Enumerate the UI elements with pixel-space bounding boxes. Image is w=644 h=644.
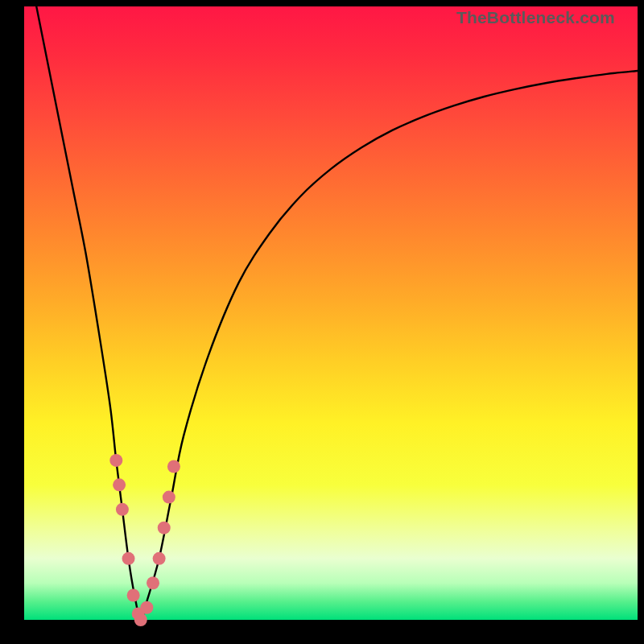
bottleneck-curve: [36, 6, 638, 620]
highlight-point: [147, 576, 159, 589]
highlight-point: [153, 552, 166, 565]
curve-layer: [24, 6, 638, 620]
highlight-point: [140, 601, 153, 614]
highlight-point: [109, 454, 122, 467]
chart-frame: TheBottleneck.com: [0, 0, 644, 644]
highlight-point: [158, 522, 171, 535]
highlight-point: [167, 460, 180, 473]
highlight-point: [163, 491, 175, 504]
watermark-text: TheBottleneck.com: [456, 8, 615, 27]
highlight-point: [116, 503, 129, 516]
highlight-point: [122, 552, 135, 565]
plot-area: [24, 6, 638, 620]
highlight-point: [134, 613, 147, 626]
highlight-point: [113, 478, 126, 491]
highlight-points: [109, 454, 180, 626]
highlight-point: [127, 589, 140, 602]
